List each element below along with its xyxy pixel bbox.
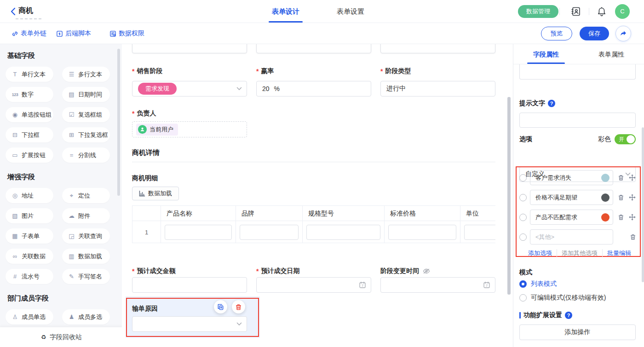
field-item-member-multi[interactable]: ♟成员多选 [62, 309, 110, 324]
option-color-dot[interactable] [601, 213, 610, 222]
cell-input-product-name[interactable] [165, 225, 232, 240]
field-item-single-line-text[interactable]: T单行文本 [6, 67, 53, 82]
option-color-dot[interactable] [601, 174, 610, 182]
field-item-subform[interactable]: ▦子表单 [6, 228, 53, 244]
bell-icon[interactable] [596, 6, 607, 17]
clipped-input[interactable] [256, 44, 371, 53]
pen-icon: ✎ [68, 273, 75, 280]
field-item-data-load[interactable]: ▥数据加载 [62, 249, 110, 264]
color-toggle[interactable]: 开 [615, 134, 636, 144]
field-item-signature[interactable]: ✎手写签名 [62, 269, 110, 284]
field-item-linked-query[interactable]: ◲关联查询 [62, 228, 110, 244]
field-item-address[interactable]: ◎地址 [6, 188, 53, 203]
share-icon [620, 30, 627, 37]
win-rate-input[interactable]: 20 % [256, 81, 371, 97]
option-text-input[interactable]: 客户需求消失 [530, 170, 613, 185]
add-action-button[interactable]: 添加操作 [519, 324, 636, 340]
share-button[interactable] [615, 26, 631, 41]
option-radio[interactable] [519, 194, 527, 201]
option-radio[interactable] [519, 174, 527, 182]
page-title[interactable]: 商机 [18, 6, 33, 16]
amount-input[interactable] [132, 277, 247, 293]
divider [559, 8, 560, 15]
option-text-input[interactable]: 产品不匹配需求 [530, 210, 613, 225]
tab-form-design[interactable]: 表单设计 [266, 0, 305, 23]
save-button[interactable]: 保存 [580, 27, 609, 40]
field-item-serial-number[interactable]: #流水号 [6, 269, 53, 284]
option-color-dot[interactable] [601, 193, 610, 202]
field-item-dropdown[interactable]: ⊟下拉框 [6, 127, 53, 142]
field-item-attachment[interactable]: ☁附件 [62, 208, 110, 223]
option-radio[interactable] [519, 214, 527, 221]
stage-type-input[interactable]: 进行中 [380, 81, 495, 97]
clipped-input[interactable] [132, 44, 247, 53]
clipped-textarea[interactable] [519, 64, 636, 80]
clipped-input[interactable] [380, 44, 495, 53]
field-recycle-bin[interactable]: ♻ 字段回收站 [0, 327, 122, 347]
drag-option-handle[interactable] [629, 174, 636, 181]
cell-input-spec[interactable] [306, 225, 380, 240]
field-item-image[interactable]: ▧图片 [6, 208, 53, 223]
hint-text-input[interactable] [519, 113, 636, 128]
data-load-button[interactable]: 数据加载 [132, 187, 179, 200]
stage-change-time-label: 阶段变更时间 [380, 267, 430, 276]
script-icon [56, 30, 63, 37]
data-manage-button[interactable]: 数据管理 [518, 5, 558, 18]
copy-field-button[interactable] [214, 300, 227, 313]
lose-reason-select[interactable] [132, 316, 247, 332]
option-text-input[interactable]: 价格不满足期望 [530, 190, 613, 205]
batch-edit-link[interactable]: 批量编辑 [602, 249, 636, 257]
option-radio[interactable] [519, 233, 527, 241]
cell-input-price[interactable] [388, 225, 456, 240]
close-date-input[interactable]: 7 [256, 277, 371, 293]
bar-chart-icon [139, 190, 145, 197]
mode-option-list[interactable]: 列表模式 [519, 280, 557, 288]
sidebar-scrollbar[interactable] [117, 49, 120, 196]
help-icon[interactable]: ? [565, 312, 572, 319]
field-item-checkbox-group[interactable]: ☑复选框组 [62, 107, 110, 122]
delete-option-button[interactable] [618, 194, 624, 201]
field-item-divider[interactable]: =分割线 [62, 148, 110, 163]
field-item-member-single[interactable]: ♙成员单选 [6, 309, 53, 324]
owner-field[interactable]: 当前用户 [132, 121, 247, 137]
cell-input-unit[interactable] [464, 225, 495, 240]
data-permission-link[interactable]: 数据权限 [109, 29, 144, 38]
field-item-extend-button[interactable]: ▭扩展按钮 [6, 148, 53, 163]
preview-button[interactable]: 预览 [541, 27, 572, 40]
field-item-multi-line-text[interactable]: ☰多行文本 [62, 67, 110, 82]
section-title-enhanced-fields: 增强字段 [7, 173, 115, 182]
drag-option-handle[interactable] [629, 194, 636, 201]
field-item-location[interactable]: ⌖定位 [62, 188, 110, 203]
field-item-radio-group[interactable]: ◉单选按钮组 [6, 107, 53, 122]
other-option-input[interactable]: <其他> [530, 229, 613, 245]
field-item-datetime[interactable]: ▤日期时间 [62, 87, 110, 102]
trash-icon [618, 194, 624, 201]
avatar[interactable]: C [615, 4, 630, 19]
add-option-link[interactable]: 添加选项 [523, 249, 557, 257]
tab-form-properties[interactable]: 表单属性 [579, 44, 644, 64]
field-item-linked-data[interactable]: ∞关联数据 [6, 249, 53, 264]
cell-input-brand[interactable] [240, 225, 299, 240]
delete-option-button[interactable] [618, 214, 624, 221]
sales-stage-select[interactable]: 需求发现 [132, 81, 247, 97]
delete-field-button[interactable] [232, 300, 245, 313]
backend-script-link[interactable]: 后端脚本 [56, 29, 91, 38]
field-item-multi-dropdown[interactable]: ⊞下拉复选框 [62, 127, 110, 142]
data-book-icon[interactable] [570, 6, 581, 17]
delete-option-button[interactable] [618, 174, 624, 181]
panel-scrollbar[interactable] [642, 127, 644, 282]
help-icon[interactable]: ? [548, 100, 555, 107]
drag-option-handle[interactable] [629, 214, 636, 221]
add-other-option-link[interactable]: 添加其他选项 [557, 249, 602, 257]
stage-tag: 需求发现 [138, 83, 177, 95]
mode-option-editable[interactable]: 可编辑模式(仅移动端有效) [519, 294, 606, 302]
field-item-number[interactable]: 123数字 [6, 87, 53, 102]
tab-form-settings[interactable]: 表单设置 [332, 0, 369, 23]
delete-option-button[interactable] [630, 233, 636, 240]
back-icon[interactable] [8, 6, 18, 17]
tab-field-properties[interactable]: 字段属性 [513, 44, 579, 64]
canvas-scrollbar[interactable] [507, 97, 511, 295]
form-external-link[interactable]: 表单外链 [12, 29, 46, 38]
stage-change-time-input[interactable]: 7 [380, 277, 495, 293]
radio-icon: ◉ [12, 111, 18, 118]
